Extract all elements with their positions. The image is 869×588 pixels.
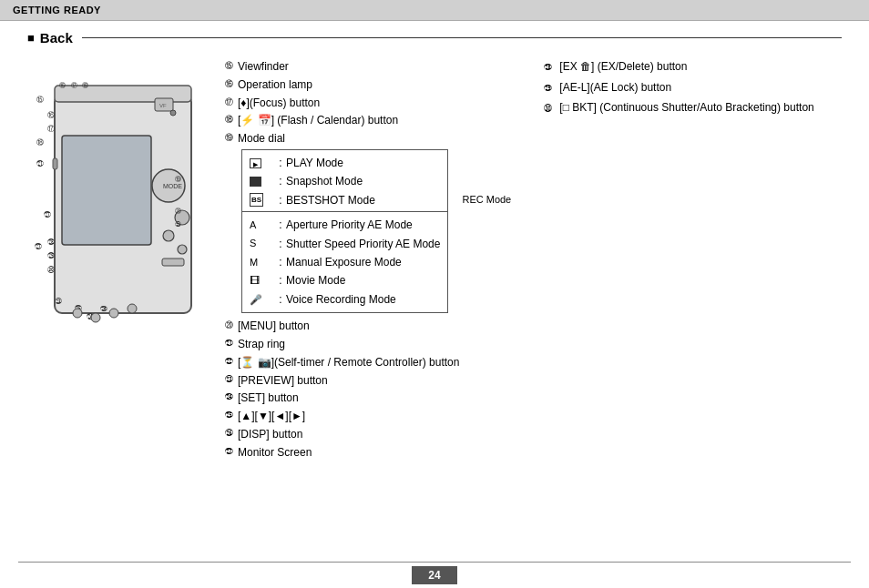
main-content: ■ Back VF MODE [0, 21, 869, 461]
svg-point-32 [128, 304, 137, 313]
item-num: ㉖ [223, 429, 235, 439]
content-row: VF MODE ⑮ ⑯ ⑰ ⑱ ㉗ ㉓ ㉕ ㉔ ㉖ [27, 58, 842, 461]
mode-row-shutter: S : Shutter Speed Priority AE Mode [250, 235, 440, 253]
camera-diagram: VF MODE ⑮ ⑯ ⑰ ⑱ ㉗ ㉓ ㉕ ㉔ ㉖ [27, 67, 205, 359]
mode-symbol-a: A [250, 217, 275, 234]
mode-row-play: ▶ : PLAY Mode [250, 154, 440, 172]
item-text: Operation lamp [238, 76, 533, 95]
svg-point-31 [109, 309, 118, 318]
svg-text:⑳: ⑳ [175, 208, 181, 214]
list-item: ㉑ Strap ring [223, 336, 533, 354]
mode-symbol-bs: BS [250, 193, 275, 207]
mode-symbol-snapshot [250, 177, 275, 187]
svg-text:㉗: ㉗ [35, 243, 42, 251]
item-num-30: ㉚ [542, 104, 554, 114]
page-number: 24 [412, 566, 456, 584]
svg-point-28 [170, 110, 176, 116]
svg-text:⑱: ⑱ [82, 82, 88, 88]
item-list-bottom: ⑳ [MENU] button ㉑ Strap ring ㉒ [⏳ 📷](Sel… [223, 318, 533, 461]
svg-text:㉗: ㉗ [44, 211, 51, 219]
mode-label-manual: Manual Exposure Mode [286, 253, 440, 271]
item-num: ㉗ [223, 447, 235, 457]
mode-row-bs: BS : BESTSHOT Mode [250, 191, 440, 209]
svg-rect-10 [162, 259, 184, 266]
svg-text:⑮: ⑮ [36, 96, 44, 104]
mode-label-bs: BESTSHOT Mode [286, 191, 440, 209]
mode-row-voice: 🎤 : Voice Recording Mode [250, 290, 440, 309]
svg-text:⑯: ⑯ [59, 82, 66, 88]
left-column: ⑮ Viewfinder ⑯ Operation lamp ⑰ [♦](Focu… [223, 58, 533, 461]
item-num: ⑱ [223, 115, 235, 125]
section-divider [82, 37, 842, 38]
svg-text:㉖: ㉖ [100, 305, 107, 313]
item-text: Mode dial [238, 130, 533, 148]
bs-icon: BS [250, 193, 263, 207]
list-item: ㉒ [⏳ 📷](Self-timer / Remote Controller) … [223, 354, 533, 372]
svg-text:⑲: ⑲ [175, 176, 181, 182]
shutter-icon: S [250, 235, 256, 252]
voice-icon: 🎤 [250, 291, 262, 309]
item-list-top: ⑮ Viewfinder ⑯ Operation lamp ⑰ [♦](Focu… [223, 58, 533, 148]
aperture-icon: A [250, 217, 256, 234]
item-num: ㉔ [223, 392, 235, 402]
list-item: ⑲ Mode dial [223, 130, 533, 148]
mode-label-play: PLAY Mode [286, 154, 440, 172]
svg-text:㉑: ㉑ [36, 160, 44, 168]
mode-label-snapshot: Snapshot Mode [286, 172, 440, 190]
item-text: [MENU] button [238, 318, 533, 336]
list-item: ⑱ [⚡ 📅] (Flash / Calendar) button [223, 112, 533, 130]
svg-point-30 [91, 313, 100, 322]
mode-symbol-m: M [250, 254, 275, 271]
item-num: ⑮ [223, 61, 235, 71]
snapshot-icon [250, 177, 261, 187]
section-title: Back [40, 30, 73, 46]
item-text-28: [EX 🗑] (EX/Delete) button [559, 60, 687, 73]
svg-text:⑱: ⑱ [36, 138, 44, 147]
rec-mode-label: REC Mode [462, 194, 511, 205]
svg-rect-20 [53, 158, 57, 169]
item-num: ⑲ [223, 133, 235, 143]
mode-row-movie: 🎞 : Movie Mode [250, 271, 440, 289]
item-text: [▲][▼][◄][►] [238, 408, 533, 426]
list-item: ㉕ [▲][▼][◄][►] [223, 408, 533, 426]
right-item-28: ㉘ [EX 🗑] (EX/Delete) button [542, 58, 842, 76]
svg-point-9 [178, 245, 187, 254]
mode-symbol-voice: 🎤 [250, 291, 275, 309]
svg-text:⑰: ⑰ [71, 82, 77, 88]
svg-text:MODE: MODE [163, 183, 182, 189]
item-text-30: [□ BKT] (Continuous Shutter/Auto Bracket… [559, 101, 813, 114]
svg-point-8 [163, 230, 174, 241]
mode-symbol-movie: 🎞 [250, 272, 275, 289]
svg-text:㉘: ㉘ [47, 238, 55, 247]
item-num-29: ㉙ [542, 84, 554, 94]
svg-text:㉓: ㉓ [55, 298, 62, 306]
movie-icon: 🎞 [250, 272, 260, 289]
section-title-row: ■ Back [27, 30, 842, 46]
mode-row-aperture: A : Aperture Priority AE Mode [250, 216, 440, 234]
page-num-box: 24 [0, 563, 869, 588]
item-num: ㉑ [223, 339, 235, 349]
item-num: ㉕ [223, 411, 235, 421]
svg-text:㉚: ㉚ [47, 266, 55, 274]
mode-table: ▶ : PLAY Mode : Snapshot Mode [241, 149, 448, 313]
mode-row-manual: M : Manual Exposure Mode [250, 253, 440, 271]
right-item-30: ㉚ [□ BKT] (Continuous Shutter/Auto Brack… [542, 99, 842, 117]
list-item: ㉗ Monitor Screen [223, 444, 533, 462]
item-text: Strap ring [238, 336, 533, 354]
svg-point-29 [73, 309, 82, 318]
item-text: [♦](Focus) button [238, 95, 533, 113]
item-num: ⑯ [223, 79, 235, 89]
play-icon: ▶ [250, 158, 261, 168]
item-text: [DISP] button [238, 426, 533, 444]
manual-icon: M [250, 254, 258, 271]
mode-row-snapshot: : Snapshot Mode [250, 172, 440, 190]
item-num-28: ㉘ [542, 63, 554, 73]
list-item: ⑳ [MENU] button [223, 318, 533, 336]
mode-label-voice: Voice Recording Mode [286, 290, 440, 309]
mode-divider-1 [242, 211, 447, 214]
item-text: [SET] button [238, 390, 533, 408]
svg-rect-1 [62, 136, 151, 245]
mode-label-aperture: Aperture Priority AE Mode [286, 216, 440, 234]
item-text: Viewfinder [238, 58, 533, 76]
list-item: ㉓ [PREVIEW] button [223, 372, 533, 390]
